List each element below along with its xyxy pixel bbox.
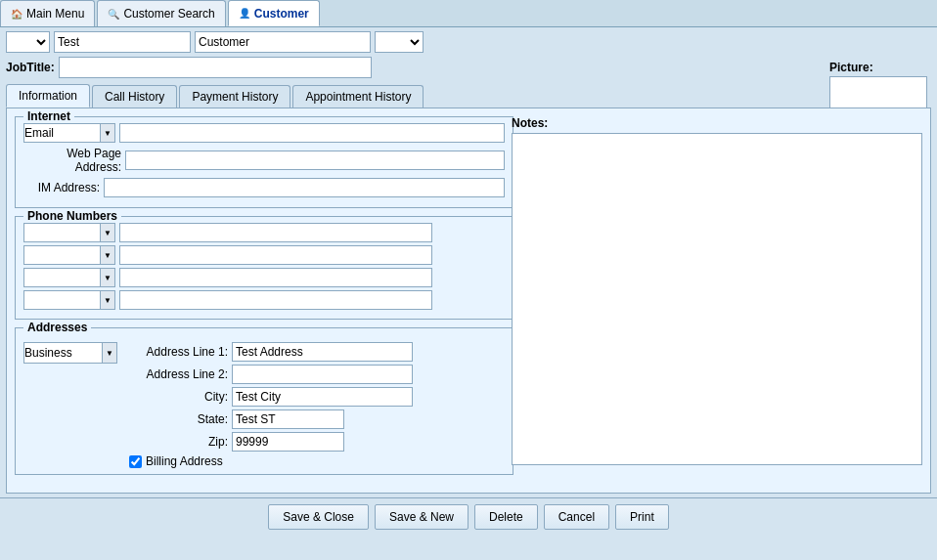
addresses-legend: Addresses <box>23 321 91 334</box>
phone-row-3: ▼ <box>23 268 505 287</box>
phone-type-text-2[interactable] <box>23 245 100 265</box>
im-label: IM Address: <box>23 181 100 194</box>
phone-row-2: ▼ <box>23 245 505 265</box>
addr-city-label: City: <box>125 390 228 404</box>
phone-dropdown-arrow-3[interactable]: ▼ <box>100 268 115 287</box>
webpage-row: Web Page Address: <box>23 147 505 174</box>
save-close-button[interactable]: Save & Close <box>268 504 369 530</box>
save-new-button[interactable]: Save & New <box>375 504 468 530</box>
notes-textarea[interactable] <box>512 133 922 465</box>
first-name-input[interactable] <box>54 31 191 53</box>
email-row: ▼ <box>23 123 505 143</box>
addr-city-row: City: <box>125 387 505 407</box>
addr-line1-row: Address Line 1: <box>125 342 505 362</box>
phone-type-text-4[interactable] <box>23 290 100 310</box>
tab-panel-information: Internet ▼ Web Page Address: IM Address:… <box>6 108 931 494</box>
phone-number-2[interactable] <box>119 245 432 265</box>
search-icon: 🔍 <box>108 9 119 20</box>
address-fields: Address Line 1: Address Line 2: City: St… <box>125 342 505 468</box>
internet-section: Internet ▼ Web Page Address: IM Address: <box>15 116 513 208</box>
address-type-input[interactable] <box>23 342 102 364</box>
addr-state-row: State: <box>125 409 505 429</box>
phone-number-4[interactable] <box>119 290 432 310</box>
tab-customer-label: Customer <box>254 7 309 21</box>
top-form: Mr. Mrs. Ms. Dr. Jr. Sr. II <box>6 31 931 53</box>
tab-customer[interactable]: 👤 Customer <box>228 0 320 26</box>
tab-payment-history-label: Payment History <box>192 90 278 104</box>
notes-label: Notes: <box>512 116 922 130</box>
tab-call-history-label: Call History <box>105 90 164 104</box>
address-type-selector: ▼ <box>23 342 117 364</box>
tab-call-history[interactable]: Call History <box>92 85 177 108</box>
phone-number-3[interactable] <box>119 268 432 287</box>
addr-line1-input[interactable] <box>232 342 413 362</box>
im-row: IM Address: <box>23 178 505 197</box>
webpage-label: Web Page Address: <box>23 147 121 174</box>
email-type-input[interactable] <box>23 123 100 143</box>
phone-dropdown-arrow-1[interactable]: ▼ <box>100 223 115 242</box>
address-type-row: ▼ Address Line 1: Address Line 2: City: <box>23 342 505 468</box>
tab-main-menu-label: Main Menu <box>26 7 84 21</box>
notes-section: Notes: <box>512 116 922 478</box>
address-type-arrow[interactable]: ▼ <box>102 342 117 364</box>
picture-label: Picture: <box>829 61 927 74</box>
tab-appointment-history[interactable]: Appointment History <box>292 85 424 108</box>
jobtitle-label: JobTitle: <box>6 61 55 74</box>
last-name-input[interactable] <box>195 31 371 53</box>
addr-line2-label: Address Line 2: <box>125 367 228 381</box>
name-prefix-select[interactable]: Mr. Mrs. Ms. Dr. <box>6 31 50 53</box>
main-layout: Picture: Mr. Mrs. Ms. Dr. Jr. Sr. II Job… <box>0 27 937 497</box>
person-icon: 👤 <box>239 8 250 19</box>
home-icon: 🏠 <box>11 9 22 20</box>
phone-section: Phone Numbers ▼ ▼ ▼ <box>15 216 513 320</box>
phone-type-4: ▼ <box>23 290 115 310</box>
billing-address-checkbox[interactable] <box>129 455 142 468</box>
cancel-button[interactable]: Cancel <box>544 504 609 530</box>
internet-legend: Internet <box>23 109 74 123</box>
tab-payment-history[interactable]: Payment History <box>179 85 290 108</box>
sub-tabs: Information Call History Payment History… <box>6 84 931 108</box>
addresses-section: Addresses ▼ Address Line 1: Address Line… <box>15 327 513 475</box>
jobtitle-row: JobTitle: <box>6 57 931 78</box>
phone-type-1: ▼ <box>23 223 115 242</box>
addr-zip-label: Zip: <box>125 435 228 449</box>
webpage-input[interactable] <box>125 151 505 170</box>
tab-customer-search[interactable]: 🔍 Customer Search <box>97 0 225 26</box>
bottom-bar: Save & Close Save & New Delete Cancel Pr… <box>0 497 937 536</box>
phone-number-1[interactable] <box>119 223 432 242</box>
addr-line2-input[interactable] <box>232 365 413 384</box>
delete-button[interactable]: Delete <box>474 504 538 530</box>
phone-type-2: ▼ <box>23 245 115 265</box>
tab-customer-search-label: Customer Search <box>123 7 214 21</box>
addr-zip-input[interactable] <box>232 432 344 452</box>
email-input[interactable] <box>119 123 505 143</box>
phone-row-1: ▼ <box>23 223 505 242</box>
billing-address-row: Billing Address <box>129 454 505 468</box>
tab-appointment-history-label: Appointment History <box>305 90 411 104</box>
im-input[interactable] <box>104 178 505 197</box>
phone-legend: Phone Numbers <box>23 209 121 223</box>
email-dropdown-arrow[interactable]: ▼ <box>100 123 115 143</box>
print-button[interactable]: Print <box>615 504 669 530</box>
title-bar: 🏠 Main Menu 🔍 Customer Search 👤 Customer <box>0 0 937 27</box>
addr-state-input[interactable] <box>232 409 344 429</box>
billing-address-label: Billing Address <box>146 454 223 468</box>
addr-state-label: State: <box>125 412 228 426</box>
addr-line1-label: Address Line 1: <box>125 345 228 359</box>
phone-dropdown-arrow-4[interactable]: ▼ <box>100 290 115 310</box>
tab-information[interactable]: Information <box>6 84 90 108</box>
phone-row-4: ▼ <box>23 290 505 310</box>
name-suffix-select[interactable]: Jr. Sr. II <box>375 31 424 53</box>
addr-zip-row: Zip: <box>125 432 505 452</box>
tab-information-label: Information <box>19 89 77 103</box>
tab-main-menu[interactable]: 🏠 Main Menu <box>0 0 95 26</box>
phone-dropdown-arrow-2[interactable]: ▼ <box>100 245 115 265</box>
phone-type-text-1[interactable] <box>23 223 100 242</box>
addr-city-input[interactable] <box>232 387 413 407</box>
addr-line2-row: Address Line 2: <box>125 365 505 384</box>
email-type-selector: ▼ <box>23 123 115 143</box>
phone-type-text-3[interactable] <box>23 268 100 287</box>
jobtitle-input[interactable] <box>59 57 372 78</box>
phone-type-3: ▼ <box>23 268 115 287</box>
